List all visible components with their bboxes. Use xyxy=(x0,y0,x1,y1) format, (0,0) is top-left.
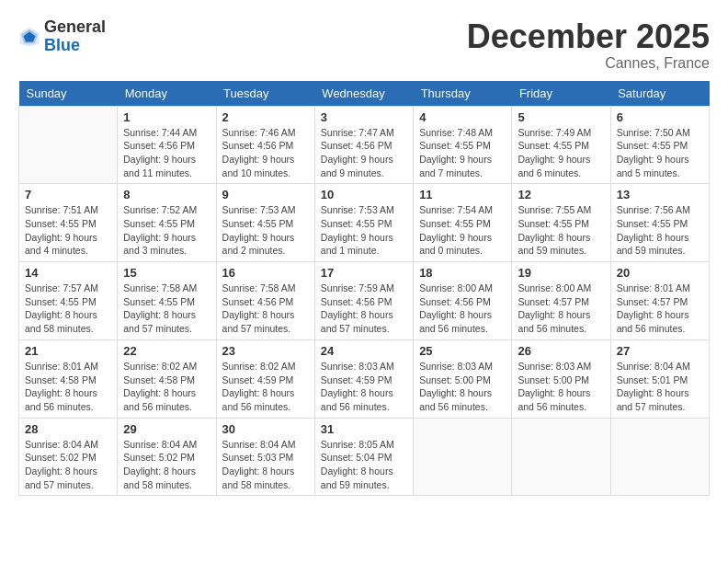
calendar-cell: 10Sunrise: 7:53 AMSunset: 4:55 PMDayligh… xyxy=(314,184,413,262)
day-info: Sunrise: 7:50 AMSunset: 4:55 PMDaylight:… xyxy=(617,126,703,180)
day-info: Sunrise: 7:53 AMSunset: 4:55 PMDaylight:… xyxy=(321,203,407,258)
calendar-title: December 2025 xyxy=(467,18,710,55)
day-number: 21 xyxy=(25,344,111,358)
day-info: Sunrise: 7:53 AMSunset: 4:55 PMDaylight:… xyxy=(222,203,309,258)
calendar-week-row: 1Sunrise: 7:44 AMSunset: 4:56 PMDaylight… xyxy=(19,106,710,184)
day-number: 6 xyxy=(617,110,703,124)
calendar-cell: 12Sunrise: 7:55 AMSunset: 4:55 PMDayligh… xyxy=(512,184,610,262)
day-number: 10 xyxy=(321,188,407,201)
day-number: 22 xyxy=(123,344,210,358)
calendar-cell: 5Sunrise: 7:49 AMSunset: 4:55 PMDaylight… xyxy=(512,106,610,184)
day-info: Sunrise: 7:44 AMSunset: 4:56 PMDaylight:… xyxy=(123,126,210,180)
day-info: Sunrise: 7:57 AMSunset: 4:55 PMDaylight:… xyxy=(25,282,111,336)
day-info: Sunrise: 7:52 AMSunset: 4:55 PMDaylight:… xyxy=(123,203,210,258)
day-number: 4 xyxy=(419,110,506,124)
day-info: Sunrise: 7:54 AMSunset: 4:55 PMDaylight:… xyxy=(419,203,506,258)
day-number: 25 xyxy=(419,344,506,358)
calendar-cell: 17Sunrise: 7:59 AMSunset: 4:56 PMDayligh… xyxy=(314,262,413,340)
calendar-cell: 24Sunrise: 8:03 AMSunset: 4:59 PMDayligh… xyxy=(314,339,413,418)
calendar-cell xyxy=(19,106,118,184)
day-info: Sunrise: 8:01 AMSunset: 4:58 PMDaylight:… xyxy=(25,360,111,414)
day-number: 31 xyxy=(321,422,407,436)
weekday-header-thursday: Thursday xyxy=(414,81,512,107)
calendar-cell: 26Sunrise: 8:03 AMSunset: 5:00 PMDayligh… xyxy=(512,339,610,418)
calendar-cell: 4Sunrise: 7:48 AMSunset: 4:55 PMDaylight… xyxy=(414,106,512,184)
day-number: 17 xyxy=(321,266,407,280)
day-info: Sunrise: 8:04 AMSunset: 5:03 PMDaylight:… xyxy=(222,438,309,492)
day-info: Sunrise: 8:04 AMSunset: 5:01 PMDaylight:… xyxy=(617,360,703,414)
day-number: 11 xyxy=(419,188,506,201)
calendar-cell xyxy=(414,418,512,496)
day-info: Sunrise: 7:56 AMSunset: 4:55 PMDaylight:… xyxy=(617,203,703,258)
calendar-cell: 16Sunrise: 7:58 AMSunset: 4:56 PMDayligh… xyxy=(216,262,314,340)
calendar-cell: 22Sunrise: 8:02 AMSunset: 4:58 PMDayligh… xyxy=(118,339,216,418)
logo-general-text: General xyxy=(44,18,106,37)
calendar-cell: 14Sunrise: 7:57 AMSunset: 4:55 PMDayligh… xyxy=(19,262,118,340)
weekday-header-tuesday: Tuesday xyxy=(216,81,314,107)
calendar-table: SundayMondayTuesdayWednesdayThursdayFrid… xyxy=(18,81,710,497)
day-number: 9 xyxy=(222,188,309,201)
day-info: Sunrise: 8:04 AMSunset: 5:02 PMDaylight:… xyxy=(123,438,210,492)
calendar-cell: 31Sunrise: 8:05 AMSunset: 5:04 PMDayligh… xyxy=(314,418,413,496)
calendar-week-row: 28Sunrise: 8:04 AMSunset: 5:02 PMDayligh… xyxy=(19,418,710,496)
logo-text: General Blue xyxy=(44,18,106,55)
calendar-cell: 18Sunrise: 8:00 AMSunset: 4:56 PMDayligh… xyxy=(414,262,512,340)
day-info: Sunrise: 8:02 AMSunset: 4:59 PMDaylight:… xyxy=(222,360,309,414)
day-number: 29 xyxy=(123,422,210,436)
day-info: Sunrise: 8:04 AMSunset: 5:02 PMDaylight:… xyxy=(25,438,111,492)
day-info: Sunrise: 7:51 AMSunset: 4:55 PMDaylight:… xyxy=(25,203,111,258)
day-info: Sunrise: 8:01 AMSunset: 4:57 PMDaylight:… xyxy=(617,282,703,336)
day-number: 13 xyxy=(617,188,703,201)
day-info: Sunrise: 7:55 AMSunset: 4:55 PMDaylight:… xyxy=(518,203,604,258)
day-number: 5 xyxy=(518,110,604,124)
day-info: Sunrise: 8:02 AMSunset: 4:58 PMDaylight:… xyxy=(123,360,210,414)
day-number: 26 xyxy=(518,344,604,358)
calendar-week-row: 14Sunrise: 7:57 AMSunset: 4:55 PMDayligh… xyxy=(19,262,710,340)
day-number: 20 xyxy=(617,266,703,280)
weekday-header-sunday: Sunday xyxy=(19,81,118,107)
day-number: 8 xyxy=(123,188,210,201)
calendar-cell: 23Sunrise: 8:02 AMSunset: 4:59 PMDayligh… xyxy=(216,339,314,418)
weekday-header-row: SundayMondayTuesdayWednesdayThursdayFrid… xyxy=(19,81,710,107)
day-info: Sunrise: 7:59 AMSunset: 4:56 PMDaylight:… xyxy=(321,282,407,336)
calendar-cell: 11Sunrise: 7:54 AMSunset: 4:55 PMDayligh… xyxy=(414,184,512,262)
calendar-cell: 3Sunrise: 7:47 AMSunset: 4:56 PMDaylight… xyxy=(314,106,413,184)
calendar-week-row: 21Sunrise: 8:01 AMSunset: 4:58 PMDayligh… xyxy=(19,339,710,418)
calendar-cell: 2Sunrise: 7:46 AMSunset: 4:56 PMDaylight… xyxy=(216,106,314,184)
calendar-cell: 29Sunrise: 8:04 AMSunset: 5:02 PMDayligh… xyxy=(118,418,216,496)
logo-icon xyxy=(18,26,40,48)
calendar-week-row: 7Sunrise: 7:51 AMSunset: 4:55 PMDaylight… xyxy=(19,184,710,262)
day-info: Sunrise: 7:58 AMSunset: 4:56 PMDaylight:… xyxy=(222,282,309,336)
day-info: Sunrise: 8:03 AMSunset: 5:00 PMDaylight:… xyxy=(419,360,506,414)
day-info: Sunrise: 7:47 AMSunset: 4:56 PMDaylight:… xyxy=(321,126,407,180)
day-number: 27 xyxy=(617,344,703,358)
logo-blue-text: Blue xyxy=(44,37,106,55)
calendar-subtitle: Cannes, France xyxy=(467,55,710,72)
day-info: Sunrise: 8:03 AMSunset: 5:00 PMDaylight:… xyxy=(518,360,604,414)
day-info: Sunrise: 8:00 AMSunset: 4:56 PMDaylight:… xyxy=(419,282,506,336)
page-header: General Blue December 2025 Cannes, Franc… xyxy=(18,18,710,72)
calendar-cell: 7Sunrise: 7:51 AMSunset: 4:55 PMDaylight… xyxy=(19,184,118,262)
day-info: Sunrise: 7:48 AMSunset: 4:55 PMDaylight:… xyxy=(419,126,506,180)
day-info: Sunrise: 7:49 AMSunset: 4:55 PMDaylight:… xyxy=(518,126,604,180)
calendar-cell: 27Sunrise: 8:04 AMSunset: 5:01 PMDayligh… xyxy=(610,339,709,418)
weekday-header-friday: Friday xyxy=(512,81,610,107)
calendar-cell: 1Sunrise: 7:44 AMSunset: 4:56 PMDaylight… xyxy=(118,106,216,184)
day-number: 15 xyxy=(123,266,210,280)
calendar-cell: 9Sunrise: 7:53 AMSunset: 4:55 PMDaylight… xyxy=(216,184,314,262)
calendar-cell: 6Sunrise: 7:50 AMSunset: 4:55 PMDaylight… xyxy=(610,106,709,184)
day-info: Sunrise: 8:03 AMSunset: 4:59 PMDaylight:… xyxy=(321,360,407,414)
calendar-cell: 28Sunrise: 8:04 AMSunset: 5:02 PMDayligh… xyxy=(19,418,118,496)
day-info: Sunrise: 7:58 AMSunset: 4:55 PMDaylight:… xyxy=(123,282,210,336)
day-info: Sunrise: 8:00 AMSunset: 4:57 PMDaylight:… xyxy=(518,282,604,336)
day-number: 19 xyxy=(518,266,604,280)
calendar-cell: 20Sunrise: 8:01 AMSunset: 4:57 PMDayligh… xyxy=(610,262,709,340)
day-number: 24 xyxy=(321,344,407,358)
weekday-header-monday: Monday xyxy=(118,81,216,107)
day-number: 2 xyxy=(222,110,309,124)
day-number: 16 xyxy=(222,266,309,280)
calendar-cell: 21Sunrise: 8:01 AMSunset: 4:58 PMDayligh… xyxy=(19,339,118,418)
day-number: 1 xyxy=(123,110,210,124)
logo: General Blue xyxy=(18,18,106,55)
day-number: 18 xyxy=(419,266,506,280)
